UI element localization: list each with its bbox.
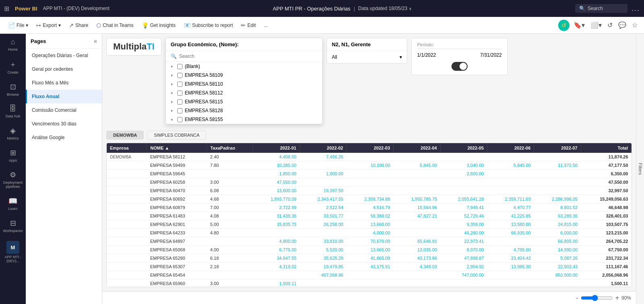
table-cell: 4,348.03: [393, 263, 440, 271]
collapse-pages-btn[interactable]: «: [94, 38, 97, 44]
sidebar-item-browse[interactable]: ⊡ Browse: [0, 78, 26, 101]
sidebar-item-deployment[interactable]: ⚙ Deployment pipelines: [0, 166, 26, 193]
checkbox-blank[interactable]: [177, 64, 182, 69]
table-cell: EMPRESA 60470: [147, 187, 207, 195]
table-cell: 4,516.79: [346, 203, 393, 212]
table-cell: [300, 279, 346, 288]
table-cell: 10,190.00: [346, 161, 393, 170]
page-item-vencimentos[interactable]: Vencimentos 30 dias: [26, 117, 102, 131]
insights-btn[interactable]: 💡 Get insights: [139, 21, 179, 30]
table-cell: [393, 187, 440, 195]
checkbox-58112[interactable]: [177, 90, 182, 96]
more-options-btn[interactable]: ...: [632, 4, 640, 13]
empresa-btn-demowba[interactable]: DEMOWBA: [106, 131, 144, 140]
n2-filter-select[interactable]: All ▾: [327, 51, 407, 63]
filter-item-58155[interactable]: ▾ EMPRESA 58155: [166, 115, 322, 124]
table-cell: 5,520.00: [300, 246, 346, 254]
filter-search-icon: 🔍: [171, 53, 177, 59]
file-btn[interactable]: 📄 File ▾: [5, 21, 31, 30]
periodo-toggle[interactable]: [417, 62, 502, 71]
sidebar-item-apps[interactable]: ⊞ Apps: [0, 144, 26, 166]
checkbox-58128[interactable]: [177, 108, 182, 113]
checkbox-58110[interactable]: [177, 82, 182, 87]
export-btn[interactable]: ↦ Export ▾: [33, 21, 64, 30]
main-layout: ⌂ Home ＋ Create ⊡ Browse 🗄 Data hub ◈ Me…: [0, 34, 644, 304]
filter-item-58128[interactable]: ▾ EMPRESA 58128: [166, 106, 322, 115]
page-item-geral[interactable]: Geral por cedentes: [26, 62, 102, 76]
table-cell: 852,000.00: [534, 271, 581, 279]
sidebar-item-datahub[interactable]: 🗄 Data hub: [0, 101, 26, 122]
search-box[interactable]: 🔍 Search: [575, 4, 627, 13]
table-cell: [487, 271, 534, 279]
page-item-fluxo-anual[interactable]: Fluxo Anual: [26, 90, 102, 103]
table-cell: [107, 271, 147, 279]
zoom-slider[interactable]: [581, 295, 613, 301]
chat-btn[interactable]: ⬡ Chat in Teams: [93, 21, 137, 30]
pages-header: Pages «: [26, 34, 102, 49]
sidebar-item-home[interactable]: ⌂ Home: [0, 34, 26, 55]
comment-btn[interactable]: 💬: [617, 20, 628, 31]
sidebar-item-workspaces[interactable]: ⊟ Workspaces: [0, 215, 26, 237]
filter-item-58109[interactable]: ▾ EMPRESA 58109: [166, 71, 322, 80]
table-cell: 4,470.77: [487, 203, 534, 212]
table-cell: [534, 153, 581, 161]
sidebar-item-learn-label: Learn: [8, 207, 17, 211]
grupo-economico-search-input[interactable]: [179, 53, 317, 59]
table-cell: 4,000.00: [346, 229, 393, 237]
sidebar-item-learn[interactable]: 📖 Learn: [0, 193, 26, 215]
sidebar-item-create[interactable]: ＋ Create: [0, 55, 26, 78]
table-cell: 13,665.00: [346, 246, 393, 254]
empresa-buttons: DEMOWBA SIMPLES COBRANCA: [106, 131, 632, 140]
star-btn[interactable]: ☆: [630, 20, 639, 31]
share-icon: ↗: [69, 22, 74, 29]
table-cell: [346, 187, 393, 195]
page-item-comissao[interactable]: Comissão Comercial: [26, 103, 102, 117]
subscribe-btn[interactable]: 📧 Subscribe to report: [180, 21, 236, 30]
table-cell: [393, 178, 440, 187]
table-cell: 7,949.41: [440, 203, 487, 212]
filter-item-58112[interactable]: ▾ EMPRESA 58112: [166, 88, 322, 97]
filters-sidebar[interactable]: Filters: [636, 34, 644, 304]
empresa-btn-simples[interactable]: SIMPLES COBRANCA: [147, 131, 206, 140]
bookmark-btn[interactable]: 🔖▾: [572, 20, 586, 31]
table-cell: 4.08: [207, 212, 253, 220]
edit-btn[interactable]: ✏ Edit: [238, 21, 259, 30]
sidebar-item-app-mti[interactable]: M APP MTI - (DEV)...: [0, 237, 26, 267]
page-item-fluxo-mes[interactable]: Fluxo Mês a Mês: [26, 76, 102, 90]
filter-item-blank[interactable]: ▾ (Blank): [166, 62, 322, 71]
toggle-knob: [460, 63, 467, 70]
table-cell: 32,997.50: [581, 187, 631, 195]
periodo-start[interactable]: 1/1/2022: [417, 52, 436, 58]
page-item-operacoes[interactable]: Operações Diárias - Geral: [26, 49, 102, 62]
table-cell: 13,600.00: [253, 187, 300, 195]
subbar-more-btn[interactable]: ...: [261, 21, 271, 30]
toggle-switch[interactable]: [451, 62, 468, 71]
filter-item-58115[interactable]: ▾ EMPRESA 58115: [166, 97, 322, 106]
table-body: DEMOWBAEMPRESA 581122.404,408.007,466.26…: [107, 153, 632, 287]
table-row: EMPRESA 65454457,068.96747,000.00852,000…: [107, 271, 632, 279]
sidebar-item-metrics[interactable]: ◈ Metrics: [0, 122, 26, 144]
table-cell: 13,660.00: [346, 220, 393, 229]
zoom-minus-btn[interactable]: -: [576, 294, 578, 302]
share-btn[interactable]: ↗ Share: [66, 21, 91, 30]
grupo-economico-search-box[interactable]: 🔍: [166, 51, 322, 62]
table-cell: [487, 170, 534, 178]
fullscreen-btn[interactable]: ⬜▾: [589, 20, 603, 31]
table-cell: 8,970.00: [440, 246, 487, 254]
zoom-plus-btn[interactable]: +: [615, 294, 619, 302]
checkbox-58109[interactable]: [177, 73, 182, 78]
app-refresh-btn[interactable]: ↺: [558, 20, 569, 31]
table-cell: [107, 195, 147, 203]
filter-item-58110[interactable]: ▾ EMPRESA 58110: [166, 80, 322, 88]
checkbox-58115[interactable]: [177, 99, 182, 105]
table-cell: 66,805.00: [534, 237, 581, 246]
table-cell: 13,986.30: [487, 263, 534, 271]
periodo-end[interactable]: 7/31/2022: [480, 52, 501, 58]
table-cell: [440, 178, 487, 187]
checkbox-58155[interactable]: [177, 117, 182, 122]
data-updated-chevron[interactable]: ∨: [409, 6, 412, 11]
page-item-analise[interactable]: Análise Google: [26, 131, 102, 144]
refresh-btn[interactable]: ↺: [606, 20, 614, 31]
title-separator: |: [354, 6, 355, 12]
table-cell: 111,167.46: [581, 263, 631, 271]
